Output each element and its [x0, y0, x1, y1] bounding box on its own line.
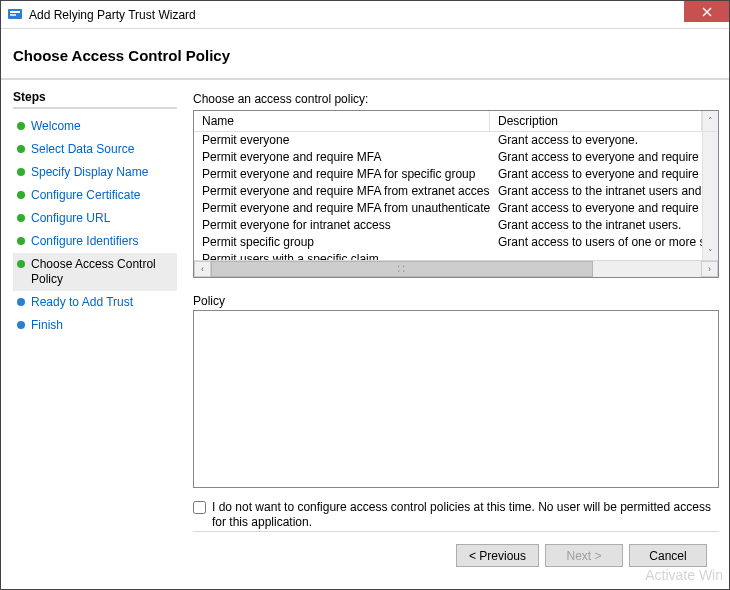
table-row[interactable]: Permit specific groupGrant access to use…: [194, 234, 718, 251]
grid-rows: Permit everyoneGrant access to everyone.…: [194, 132, 718, 260]
step-label: Configure Certificate: [31, 188, 140, 203]
chevron-right-icon: ›: [708, 265, 711, 274]
skip-config-checkbox[interactable]: [193, 501, 206, 514]
steps-sidebar: Steps WelcomeSelect Data SourceSpecify D…: [11, 90, 183, 579]
rows-container: Permit everyoneGrant access to everyone.…: [194, 132, 718, 260]
cell-name: Permit specific group: [194, 234, 490, 251]
step-item[interactable]: Configure Identifiers: [13, 230, 177, 253]
step-label: Choose Access Control Policy: [31, 257, 173, 287]
table-row[interactable]: Permit everyoneGrant access to everyone.: [194, 132, 718, 149]
step-item[interactable]: Choose Access Control Policy: [13, 253, 177, 291]
step-bullet-done-icon: [17, 168, 25, 176]
body: Steps WelcomeSelect Data SourceSpecify D…: [1, 80, 729, 589]
step-item[interactable]: Finish: [13, 314, 177, 337]
skip-config-label[interactable]: I do not want to configure access contro…: [212, 500, 719, 531]
table-row[interactable]: Permit everyone and require MFA for spec…: [194, 166, 718, 183]
step-label: Ready to Add Trust: [31, 295, 133, 310]
scroll-left-button[interactable]: ‹: [194, 261, 211, 277]
table-row[interactable]: Permit everyone and require MFA from una…: [194, 200, 718, 217]
policy-grid: Name Description ˄ Permit everyoneGrant …: [193, 110, 719, 278]
cell-description: Grant access to everyone and require MFA…: [490, 149, 718, 166]
step-bullet-pending-icon: [17, 298, 25, 306]
column-header-description[interactable]: Description: [490, 111, 702, 131]
scrollbar-track[interactable]: ⸬: [211, 261, 701, 277]
step-item[interactable]: Specify Display Name: [13, 161, 177, 184]
cell-name: Permit everyone: [194, 132, 490, 149]
step-bullet-done-icon: [17, 191, 25, 199]
cell-description: [490, 251, 718, 260]
chevron-down-icon: ˅: [708, 249, 713, 258]
scroll-right-button[interactable]: ›: [701, 261, 718, 277]
titlebar: Add Relying Party Trust Wizard: [1, 1, 729, 29]
step-bullet-done-icon: [17, 122, 25, 130]
skip-config-row: I do not want to configure access contro…: [193, 500, 719, 531]
policy-label: Policy: [193, 294, 719, 308]
scroll-up-button[interactable]: ˄: [702, 111, 718, 131]
cell-name: Permit everyone and require MFA: [194, 149, 490, 166]
step-item[interactable]: Configure URL: [13, 207, 177, 230]
horizontal-scrollbar: ‹ ⸬ ›: [194, 260, 718, 277]
table-row[interactable]: Permit everyone for intranet accessGrant…: [194, 217, 718, 234]
cell-description: Grant access to the intranet users and r…: [490, 183, 718, 200]
wizard-window: Add Relying Party Trust Wizard Choose Ac…: [0, 0, 730, 590]
step-bullet-done-icon: [17, 214, 25, 222]
close-button[interactable]: [684, 1, 729, 22]
policy-detail-box: [193, 310, 719, 488]
step-label: Select Data Source: [31, 142, 134, 157]
table-row[interactable]: Permit users with a specific claim: [194, 251, 718, 260]
step-item[interactable]: Ready to Add Trust: [13, 291, 177, 314]
grid-header: Name Description ˄: [194, 111, 718, 132]
scrollbar-thumb[interactable]: ⸬: [211, 261, 593, 277]
chevron-left-icon: ‹: [201, 265, 204, 274]
chevron-up-icon: ˄: [708, 117, 713, 126]
cell-description: Grant access to everyone.: [490, 132, 718, 149]
cell-description: Grant access to the intranet users.: [490, 217, 718, 234]
svg-rect-2: [10, 14, 16, 16]
step-label: Configure URL: [31, 211, 110, 226]
next-button[interactable]: Next >: [545, 544, 623, 567]
step-label: Configure Identifiers: [31, 234, 138, 249]
table-row[interactable]: Permit everyone and require MFA from ext…: [194, 183, 718, 200]
cell-description: Grant access to everyone and require MFA…: [490, 200, 718, 217]
cell-name: Permit everyone and require MFA for spec…: [194, 166, 490, 183]
step-bullet-done-icon: [17, 260, 25, 268]
cell-name: Permit everyone and require MFA from ext…: [194, 183, 490, 200]
window-title: Add Relying Party Trust Wizard: [29, 8, 196, 22]
page-title: Choose Access Control Policy: [13, 47, 719, 64]
cell-description: Grant access to everyone and require MFA…: [490, 166, 718, 183]
wizard-footer: < Previous Next > Cancel: [193, 531, 719, 579]
step-item[interactable]: Configure Certificate: [13, 184, 177, 207]
step-bullet-pending-icon: [17, 321, 25, 329]
step-bullet-done-icon: [17, 237, 25, 245]
choose-policy-label: Choose an access control policy:: [193, 92, 719, 106]
step-label: Welcome: [31, 119, 81, 134]
table-row[interactable]: Permit everyone and require MFAGrant acc…: [194, 149, 718, 166]
page-header: Choose Access Control Policy: [1, 29, 729, 80]
cell-name: Permit users with a specific claim: [194, 251, 490, 260]
steps-list: WelcomeSelect Data SourceSpecify Display…: [13, 115, 177, 337]
column-header-name[interactable]: Name: [194, 111, 490, 131]
cell-name: Permit everyone for intranet access: [194, 217, 490, 234]
step-bullet-done-icon: [17, 145, 25, 153]
scroll-down-button[interactable]: ˅: [702, 132, 718, 260]
svg-rect-1: [10, 11, 20, 13]
step-item[interactable]: Select Data Source: [13, 138, 177, 161]
close-icon: [702, 7, 712, 17]
cell-description: Grant access to users of one or more spe…: [490, 234, 718, 251]
previous-button[interactable]: < Previous: [456, 544, 539, 567]
content-area: Choose an access control policy: Name De…: [183, 90, 719, 579]
cell-name: Permit everyone and require MFA from una…: [194, 200, 490, 217]
steps-heading: Steps: [13, 90, 177, 109]
cancel-button[interactable]: Cancel: [629, 544, 707, 567]
step-label: Finish: [31, 318, 63, 333]
app-icon: [7, 7, 23, 23]
step-item[interactable]: Welcome: [13, 115, 177, 138]
step-label: Specify Display Name: [31, 165, 148, 180]
